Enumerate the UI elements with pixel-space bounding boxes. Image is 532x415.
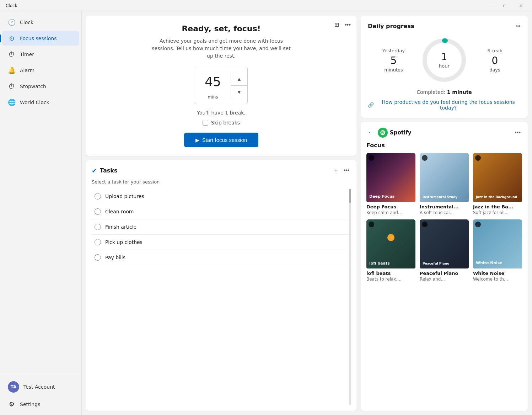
spotify-back-button[interactable]: ← xyxy=(366,128,375,137)
sidebar-item-wrapper-alarm: 🔔 Alarm xyxy=(0,62,81,78)
jazz-thumb-text: Jazz in the Background xyxy=(476,195,517,199)
playlist-item-jazz[interactable]: Jazz in the Background Jazz in the Ba...… xyxy=(473,153,522,215)
window-controls: ─ □ ✕ xyxy=(480,0,529,11)
playlist-item-deep-focus[interactable]: Deep Focus Deep Focus Keep calm and... xyxy=(366,153,415,215)
task-list: Upload pictures Clean room Finish articl… xyxy=(92,189,351,405)
settings-icon: ⚙ xyxy=(8,400,16,408)
tasks-more-options-button[interactable]: ••• xyxy=(342,166,351,175)
task-radio-clean-room[interactable] xyxy=(95,208,101,215)
white-noise-thumb-bg: White Noise xyxy=(473,219,522,268)
white-noise-name: White Noise xyxy=(473,271,522,276)
scrollbar-thumb[interactable] xyxy=(349,189,351,203)
daily-progress-card: Daily progress ✏ Yesterday 5 minutes xyxy=(361,16,528,118)
deep-focus-thumb-bg: Deep Focus xyxy=(366,153,415,202)
edit-progress-button[interactable]: ✏ xyxy=(516,23,521,30)
productive-link-text: How productive do you feel during the fo… xyxy=(376,99,521,111)
skip-breaks-text: Skip breaks xyxy=(211,120,240,126)
playlist-item-white-noise[interactable]: White Noise White Noise Welcome to th... xyxy=(473,219,522,282)
sidebar-item-wrapper-clock: 🕐 Clock xyxy=(0,14,81,30)
playlist-item-lofi[interactable]: lofi beats lofi beats Beats to relax,... xyxy=(366,219,415,282)
task-radio-upload-pictures[interactable] xyxy=(95,193,101,199)
spotify-more-options-button[interactable]: ••• xyxy=(513,128,522,137)
piano-thumb-bg: Peaceful Piano xyxy=(420,219,469,268)
task-radio-finish-article[interactable] xyxy=(95,224,101,230)
piano-name: Peaceful Piano xyxy=(420,271,469,276)
piano-desc: Relax and... xyxy=(420,277,469,282)
spotify-logo: Spotify xyxy=(378,128,411,138)
progress-header: Daily progress ✏ xyxy=(368,23,521,30)
scrollbar[interactable] xyxy=(349,189,351,405)
time-unit-label: mins xyxy=(208,93,218,101)
titlebar: Clock ─ □ ✕ xyxy=(0,0,532,11)
add-task-button[interactable]: + xyxy=(333,166,339,175)
sidebar-item-stopwatch[interactable]: ⏱ Stopwatch xyxy=(2,79,79,94)
jazz-desc: Soft jazz for all... xyxy=(473,210,522,215)
skip-breaks-label[interactable]: Skip breaks xyxy=(203,120,240,126)
streak-unit: days xyxy=(469,67,521,73)
world-clock-icon: 🌐 xyxy=(8,99,16,106)
completed-value: 1 minute xyxy=(447,89,472,95)
piano-thumb-text: Peaceful Piano xyxy=(423,262,449,266)
playlist-item-piano[interactable]: Peaceful Piano Peaceful Piano Relax and.… xyxy=(420,219,469,282)
time-decrement-button[interactable]: ▼ xyxy=(231,86,247,99)
skip-breaks-checkbox[interactable] xyxy=(203,120,208,126)
deep-focus-desc: Keep calm and... xyxy=(366,210,415,215)
streak-value: 0 xyxy=(469,55,521,66)
task-radio-pick-up-clothes[interactable] xyxy=(95,239,101,245)
maximize-button[interactable]: □ xyxy=(496,0,513,11)
more-options-button[interactable]: ••• xyxy=(343,20,352,30)
close-button[interactable]: ✕ xyxy=(513,0,529,11)
stopwatch-icon: ⏱ xyxy=(8,83,16,90)
sidebar-item-timer[interactable]: ⏱ Timer xyxy=(2,47,79,62)
task-radio-pay-bills[interactable] xyxy=(95,254,101,261)
sidebar-item-settings[interactable]: ⚙ Settings xyxy=(2,397,79,411)
task-label-finish-article: Finish article xyxy=(105,224,136,230)
instrumental-thumb-bg: Instrumental Study xyxy=(420,153,469,202)
tasks-header: ✔ Tasks + ••• xyxy=(92,166,351,175)
task-item-pay-bills[interactable]: Pay bills xyxy=(92,250,351,265)
sidebar-item-wrapper-worldclock: 🌐 World Clock xyxy=(0,94,81,110)
white-noise-spotify-badge xyxy=(475,222,481,227)
task-label-clean-room: Clean room xyxy=(105,209,134,214)
sidebar-item-focus-sessions[interactable]: ⊙ Focus sessions xyxy=(2,31,79,46)
productive-link[interactable]: 🔗 How productive do you feel during the … xyxy=(368,99,521,111)
playlist-thumb-lofi: lofi beats xyxy=(366,219,415,268)
account-item[interactable]: TA Test Account xyxy=(2,378,79,396)
spotify-section-title: Focus xyxy=(366,142,522,149)
sidebar-item-alarm[interactable]: 🔔 Alarm xyxy=(2,63,79,78)
lofi-thumb-text: lofi beats xyxy=(369,261,390,266)
playlist-item-instrumental[interactable]: Instrumental Study Instrumental... A sof… xyxy=(420,153,469,215)
task-item-finish-article[interactable]: Finish article xyxy=(92,219,351,235)
main-content: ⊞ ••• Ready, set, focus! Achieve your go… xyxy=(82,11,532,415)
active-indicator xyxy=(0,34,1,42)
task-item-upload-pictures[interactable]: Upload pictures xyxy=(92,189,351,204)
pin-button[interactable]: ⊞ xyxy=(333,20,340,30)
jazz-name: Jazz in the Ba... xyxy=(473,204,522,209)
sidebar-item-clock[interactable]: 🕐 Clock xyxy=(2,15,79,30)
task-item-pick-up-clothes[interactable]: Pick up clothes xyxy=(92,235,351,250)
tasks-actions: + ••• xyxy=(333,166,351,175)
streak-stat: Streak 0 days xyxy=(469,48,521,73)
sidebar-item-world-clock[interactable]: 🌐 World Clock xyxy=(2,95,79,110)
sidebar-item-wrapper-timer: ⏱ Timer xyxy=(0,46,81,62)
tasks-checkmark-icon: ✔ xyxy=(92,167,97,174)
yesterday-unit: minutes xyxy=(368,67,419,73)
sidebar-label-alarm: Alarm xyxy=(20,68,34,73)
account-name: Test Account xyxy=(23,384,55,390)
completed-prefix: Completed: xyxy=(417,89,445,95)
start-focus-session-button[interactable]: ▶ Start focus session xyxy=(184,133,259,147)
sidebar-label-settings: Settings xyxy=(20,401,40,407)
task-item-clean-room[interactable]: Clean room xyxy=(92,204,351,219)
alarm-icon: 🔔 xyxy=(8,66,16,74)
sidebar-label-clock: Clock xyxy=(20,20,33,25)
time-increment-button[interactable]: ▲ xyxy=(231,73,247,86)
sidebar-label-focus: Focus sessions xyxy=(20,36,57,41)
yesterday-label: Yesterday xyxy=(368,48,419,53)
minimize-button[interactable]: ─ xyxy=(480,0,496,11)
task-label-pay-bills: Pay bills xyxy=(105,255,125,260)
donut-unit: hour xyxy=(439,63,450,69)
tasks-select-hint: Select a task for your session xyxy=(92,179,351,185)
timer-icon: ⏱ xyxy=(8,50,16,58)
clock-icon: 🕐 xyxy=(8,18,16,26)
jazz-spotify-badge xyxy=(475,155,481,161)
